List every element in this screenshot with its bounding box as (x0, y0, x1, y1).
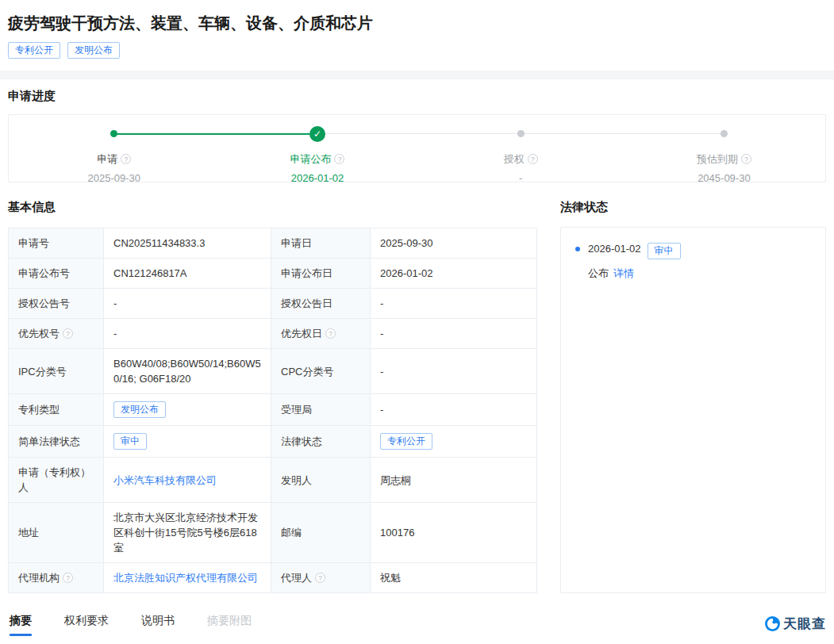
legal-status-list: 2026-01-02审中公布详情 (560, 227, 826, 593)
help-icon[interactable]: ? (63, 328, 73, 339)
timeline-node-area (461, 115, 580, 152)
page-title: 疲劳驾驶干预方法、装置、车辆、设备、介质和芯片 (8, 13, 826, 33)
legal-status-tag: 审中 (648, 243, 681, 259)
field-value: 2025-09-30 (371, 228, 537, 259)
tianyancha-logo-icon (765, 616, 780, 631)
field-value: CN121246817A (104, 259, 271, 289)
timeline-step: 预估到期?2045-09-30 (664, 115, 783, 184)
field-value: - (371, 319, 537, 349)
field-label-text: CPC分类号 (281, 366, 333, 378)
timeline-step-label: 预估到期? (664, 152, 783, 167)
help-icon[interactable]: ? (528, 154, 538, 164)
field-value: CN202511434833.3 (104, 228, 271, 259)
field-label-text: 优先权日 (281, 328, 322, 339)
field-value: 2026-01-02 (371, 259, 537, 289)
table-row: 申请（专利权）人小米汽车科技有限公司发明人周志桐 (9, 458, 537, 503)
help-icon[interactable]: ? (315, 573, 325, 583)
field-label-text: 申请（专利权）人 (18, 466, 90, 493)
field-label-text: 邮编 (281, 527, 302, 539)
tab-说明书[interactable]: 说明书 (140, 609, 176, 638)
table-row: 优先权号?-优先权日?- (9, 319, 537, 349)
timeline-step: 授权?- (461, 115, 580, 184)
field-label-text: IPC分类号 (18, 366, 67, 378)
timeline-step: ✓申请公布?2026-01-02 (258, 115, 377, 184)
field-label-text: 授权公告日 (281, 297, 332, 309)
legal-status-item: 2026-01-02审中公布详情 (574, 241, 813, 282)
timeline-step-date: 2025-09-30 (55, 172, 174, 184)
tab-摘要[interactable]: 摘要 (8, 609, 33, 638)
timeline-step-date: 2045-09-30 (664, 172, 783, 184)
progress-timeline: 申请?2025-09-30✓申请公布?2026-01-02授权?-预估到期?20… (8, 114, 826, 182)
field-value: - (371, 289, 537, 319)
field-value: - (104, 319, 271, 349)
help-icon[interactable]: ? (325, 328, 336, 339)
basic-info-title: 基本信息 (8, 200, 536, 215)
progress-section-title: 申请进度 (8, 89, 826, 104)
field-label-text: 申请号 (18, 237, 49, 249)
field-label-text: 申请公布号 (18, 267, 70, 279)
value-tag: 发明公布 (113, 401, 166, 418)
patent-status-tag: 发明公布 (67, 42, 120, 59)
value-link[interactable]: 北京法胜知识产权代理有限公司 (113, 572, 258, 584)
field-label-text: 法律状态 (281, 435, 322, 447)
field-label-text: 优先权号 (18, 328, 60, 339)
field-label: 代理机构? (9, 563, 104, 593)
field-label-text: 发明人 (281, 474, 312, 486)
field-label: 优先权日? (271, 319, 371, 349)
timeline-node-area (664, 115, 783, 152)
table-row: 专利类型发明公布受理局- (9, 394, 537, 426)
field-value: 北京法胜知识产权代理有限公司 (104, 563, 271, 593)
field-label: 申请（专利权）人 (9, 458, 104, 503)
help-icon[interactable]: ? (741, 154, 751, 164)
field-label: 邮编 (271, 503, 371, 563)
timeline-step-date: 2026-01-02 (258, 172, 377, 184)
field-value: 100176 (371, 503, 537, 563)
tab-权利要求[interactable]: 权利要求 (63, 609, 110, 638)
field-label-text: 申请日 (281, 237, 312, 249)
info-columns: 基本信息 申请号CN202511434833.3申请日2025-09-30申请公… (0, 182, 834, 593)
help-icon[interactable]: ? (121, 154, 131, 164)
tabs-bar: 摘要权利要求说明书摘要附图 天眼查 (0, 610, 834, 637)
table-row: 授权公告号-授权公告日- (9, 289, 537, 319)
timeline-step-label-text: 授权 (504, 153, 525, 165)
field-label-text: 代理机构 (18, 572, 60, 584)
field-label-text: 专利类型 (18, 404, 60, 416)
timeline-dot-icon (721, 130, 728, 137)
patent-status-tag: 专利公开 (8, 42, 60, 59)
legal-status-action: 公布详情 (588, 266, 813, 282)
legal-action-text: 公布 (588, 267, 609, 279)
help-icon[interactable]: ? (334, 154, 344, 164)
brand-watermark: 天眼查 (765, 615, 826, 633)
basic-info-tbody: 申请号CN202511434833.3申请日2025-09-30申请公布号CN1… (9, 228, 537, 593)
table-row: 代理机构?北京法胜知识产权代理有限公司代理人?祝魁 (9, 563, 537, 593)
field-label: 申请公布号 (9, 259, 104, 289)
field-label: 申请号 (9, 228, 104, 259)
progress-section: 申请进度 申请?2025-09-30✓申请公布?2026-01-02授权?-预估… (0, 79, 834, 182)
help-icon[interactable]: ? (63, 573, 73, 583)
field-value: 北京市大兴区北京经济技术开发区科创十街15号院5号楼6层618室 (104, 503, 271, 563)
section-divider (0, 71, 834, 79)
patent-detail-page: 疲劳驾驶干预方法、装置、车辆、设备、介质和芯片 专利公开发明公布 申请进度 申请… (0, 0, 834, 644)
field-label: 法律状态 (271, 426, 371, 458)
legal-status-date: 2026-01-02 (588, 243, 641, 255)
legal-status-title: 法律状态 (560, 200, 826, 215)
field-value: 审中 (104, 426, 271, 458)
field-value: 小米汽车科技有限公司 (104, 458, 271, 503)
table-row: IPC分类号B60W40/08;B60W50/14;B60W50/16; G06… (9, 349, 537, 394)
timeline-node-area (55, 115, 174, 152)
field-label: 简单法律状态 (9, 426, 104, 458)
field-label: 受理局 (271, 394, 371, 426)
timeline-step-label: 授权? (461, 152, 580, 167)
timeline-step-label: 申请公布? (258, 152, 377, 167)
timeline-step-date: - (461, 172, 580, 184)
timeline-dot-icon (517, 130, 525, 137)
title-tags: 专利公开发明公布 (8, 42, 826, 59)
table-row: 申请公布号CN121246817A申请公布日2026-01-02 (9, 259, 537, 289)
basic-info-table: 申请号CN202511434833.3申请日2025-09-30申请公布号CN1… (8, 228, 537, 593)
value-link[interactable]: 小米汽车科技有限公司 (113, 474, 217, 486)
field-value: 祝魁 (371, 563, 537, 593)
field-value: - (371, 394, 537, 426)
table-row: 简单法律状态审中法律状态专利公开 (9, 426, 537, 458)
legal-detail-link[interactable]: 详情 (613, 267, 634, 279)
field-label: 专利类型 (9, 394, 104, 426)
